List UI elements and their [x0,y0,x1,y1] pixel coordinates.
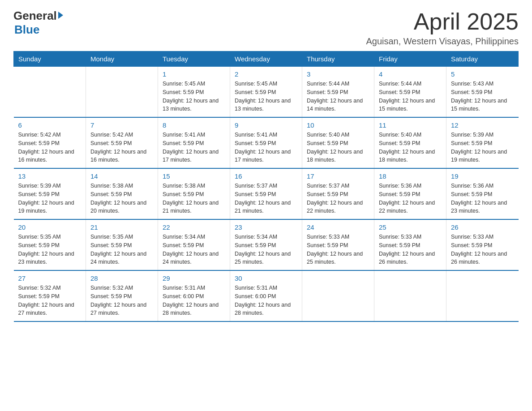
calendar-cell: 20Sunrise: 5:35 AMSunset: 5:59 PMDayligh… [14,219,86,270]
calendar-cell: 5Sunrise: 5:43 AMSunset: 5:59 PMDaylight… [446,67,519,118]
calendar-cell [446,270,519,321]
calendar-cell: 28Sunrise: 5:32 AMSunset: 5:59 PMDayligh… [86,270,158,321]
day-info: Sunrise: 5:32 AMSunset: 5:59 PMDaylight:… [90,284,153,317]
day-number: 9 [235,121,297,129]
weekday-header-friday: Friday [374,51,446,67]
day-number: 23 [235,223,297,231]
day-info: Sunrise: 5:35 AMSunset: 5:59 PMDaylight:… [18,233,82,266]
day-info: Sunrise: 5:36 AMSunset: 5:59 PMDaylight:… [379,182,442,215]
day-number: 19 [451,172,514,180]
weekday-header-monday: Monday [86,51,158,67]
day-info: Sunrise: 5:36 AMSunset: 5:59 PMDaylight:… [451,182,514,215]
weekday-header-wednesday: Wednesday [230,51,302,67]
calendar-cell: 7Sunrise: 5:42 AMSunset: 5:59 PMDaylight… [86,117,158,168]
calendar-cell: 12Sunrise: 5:39 AMSunset: 5:59 PMDayligh… [446,117,519,168]
calendar-cell: 30Sunrise: 5:31 AMSunset: 6:00 PMDayligh… [230,270,302,321]
day-info: Sunrise: 5:33 AMSunset: 5:59 PMDaylight:… [379,233,442,266]
day-number: 5 [451,70,514,78]
calendar-cell: 2Sunrise: 5:45 AMSunset: 5:59 PMDaylight… [230,67,302,118]
day-info: Sunrise: 5:38 AMSunset: 5:59 PMDaylight:… [90,182,153,215]
calendar-week-3: 13Sunrise: 5:39 AMSunset: 5:59 PMDayligh… [14,168,519,219]
logo-arrow-icon [58,12,63,19]
calendar-cell: 24Sunrise: 5:33 AMSunset: 5:59 PMDayligh… [302,219,374,270]
day-info: Sunrise: 5:43 AMSunset: 5:59 PMDaylight:… [451,80,514,113]
day-number: 28 [90,274,153,282]
calendar-cell: 23Sunrise: 5:34 AMSunset: 5:59 PMDayligh… [230,219,302,270]
calendar-cell: 26Sunrise: 5:33 AMSunset: 5:59 PMDayligh… [446,219,519,270]
calendar-week-1: 1Sunrise: 5:45 AMSunset: 5:59 PMDaylight… [14,67,519,118]
day-number: 4 [379,70,442,78]
day-info: Sunrise: 5:41 AMSunset: 5:59 PMDaylight:… [163,131,225,164]
day-info: Sunrise: 5:45 AMSunset: 5:59 PMDaylight:… [163,80,225,113]
day-info: Sunrise: 5:32 AMSunset: 5:59 PMDaylight:… [18,284,82,317]
day-number: 16 [235,172,297,180]
day-info: Sunrise: 5:38 AMSunset: 5:59 PMDaylight:… [163,182,225,215]
calendar-cell: 13Sunrise: 5:39 AMSunset: 5:59 PMDayligh… [14,168,86,219]
day-info: Sunrise: 5:42 AMSunset: 5:59 PMDaylight:… [90,131,153,164]
day-info: Sunrise: 5:41 AMSunset: 5:59 PMDaylight:… [235,131,297,164]
day-number: 24 [307,223,369,231]
calendar-week-4: 20Sunrise: 5:35 AMSunset: 5:59 PMDayligh… [14,219,519,270]
day-number: 27 [18,274,82,282]
calendar-cell: 11Sunrise: 5:40 AMSunset: 5:59 PMDayligh… [374,117,446,168]
day-info: Sunrise: 5:45 AMSunset: 5:59 PMDaylight:… [235,80,297,113]
day-info: Sunrise: 5:44 AMSunset: 5:59 PMDaylight:… [379,80,442,113]
calendar-cell: 17Sunrise: 5:37 AMSunset: 5:59 PMDayligh… [302,168,374,219]
calendar-week-2: 6Sunrise: 5:42 AMSunset: 5:59 PMDaylight… [14,117,519,168]
day-info: Sunrise: 5:37 AMSunset: 5:59 PMDaylight:… [235,182,297,215]
day-number: 10 [307,121,369,129]
calendar-cell [86,67,158,118]
day-info: Sunrise: 5:40 AMSunset: 5:59 PMDaylight:… [379,131,442,164]
day-number: 3 [307,70,369,78]
day-number: 20 [18,223,82,231]
day-number: 14 [90,172,153,180]
page-header: General Blue April 2025 Aguisan, Western… [13,9,519,47]
day-number: 6 [18,121,82,129]
weekday-header-tuesday: Tuesday [158,51,230,67]
day-info: Sunrise: 5:34 AMSunset: 5:59 PMDaylight:… [235,233,297,266]
day-info: Sunrise: 5:31 AMSunset: 6:00 PMDaylight:… [235,284,297,317]
day-info: Sunrise: 5:33 AMSunset: 5:59 PMDaylight:… [451,233,514,266]
logo: General Blue [13,9,63,37]
day-number: 29 [163,274,225,282]
calendar-table: SundayMondayTuesdayWednesdayThursdayFrid… [13,51,519,322]
day-info: Sunrise: 5:33 AMSunset: 5:59 PMDaylight:… [307,233,369,266]
calendar-cell: 14Sunrise: 5:38 AMSunset: 5:59 PMDayligh… [86,168,158,219]
logo-general-text: General [13,9,57,23]
calendar-cell: 4Sunrise: 5:44 AMSunset: 5:59 PMDaylight… [374,67,446,118]
day-number: 26 [451,223,514,231]
calendar-cell [14,67,86,118]
day-info: Sunrise: 5:40 AMSunset: 5:59 PMDaylight:… [307,131,369,164]
day-number: 12 [451,121,514,129]
day-number: 11 [379,121,442,129]
calendar-cell [374,270,446,321]
calendar-body: 1Sunrise: 5:45 AMSunset: 5:59 PMDaylight… [14,67,519,322]
calendar-cell: 6Sunrise: 5:42 AMSunset: 5:59 PMDaylight… [14,117,86,168]
day-number: 8 [163,121,225,129]
calendar-cell: 19Sunrise: 5:36 AMSunset: 5:59 PMDayligh… [446,168,519,219]
title-block: April 2025 Aguisan, Western Visayas, Phi… [366,9,519,47]
day-number: 15 [163,172,225,180]
day-number: 30 [235,274,297,282]
weekday-header-thursday: Thursday [302,51,374,67]
calendar-cell: 27Sunrise: 5:32 AMSunset: 5:59 PMDayligh… [14,270,86,321]
weekday-row: SundayMondayTuesdayWednesdayThursdayFrid… [14,51,519,67]
calendar-cell: 15Sunrise: 5:38 AMSunset: 5:59 PMDayligh… [158,168,230,219]
day-number: 13 [18,172,82,180]
day-number: 25 [379,223,442,231]
day-number: 17 [307,172,369,180]
day-info: Sunrise: 5:37 AMSunset: 5:59 PMDaylight:… [307,182,369,215]
day-info: Sunrise: 5:35 AMSunset: 5:59 PMDaylight:… [90,233,153,266]
calendar-cell: 18Sunrise: 5:36 AMSunset: 5:59 PMDayligh… [374,168,446,219]
calendar-cell: 9Sunrise: 5:41 AMSunset: 5:59 PMDaylight… [230,117,302,168]
day-number: 18 [379,172,442,180]
day-info: Sunrise: 5:34 AMSunset: 5:59 PMDaylight:… [163,233,225,266]
location-title: Aguisan, Western Visayas, Philippines [366,36,519,47]
day-info: Sunrise: 5:42 AMSunset: 5:59 PMDaylight:… [18,131,82,164]
day-info: Sunrise: 5:31 AMSunset: 6:00 PMDaylight:… [163,284,225,317]
day-info: Sunrise: 5:44 AMSunset: 5:59 PMDaylight:… [307,80,369,113]
calendar-cell: 21Sunrise: 5:35 AMSunset: 5:59 PMDayligh… [86,219,158,270]
day-number: 22 [163,223,225,231]
logo-blue-text: Blue [14,23,39,36]
calendar-cell [302,270,374,321]
